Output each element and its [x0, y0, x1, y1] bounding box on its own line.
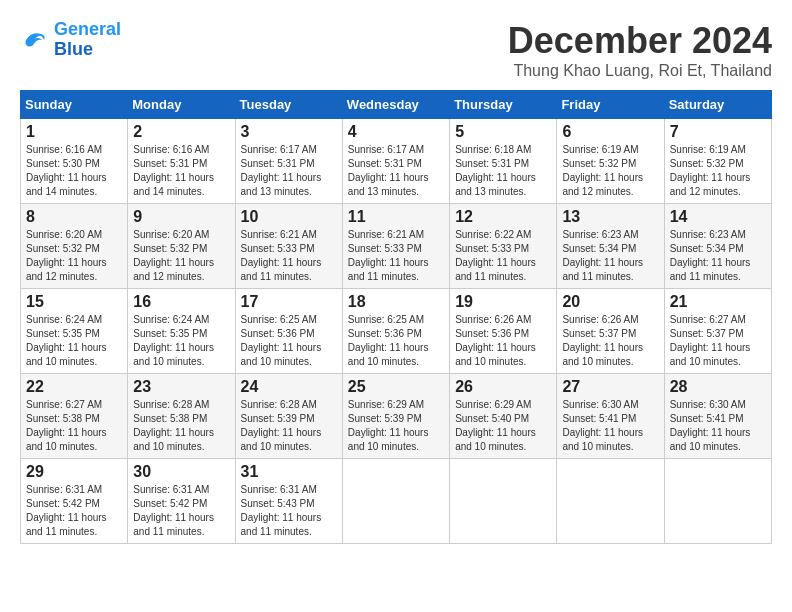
calendar-cell: 16 Sunrise: 6:24 AM Sunset: 5:35 PM Dayl…: [128, 289, 235, 374]
calendar-cell: [557, 459, 664, 544]
day-info: Sunrise: 6:19 AM Sunset: 5:32 PM Dayligh…: [562, 143, 658, 199]
day-header-saturday: Saturday: [664, 91, 771, 119]
day-number: 8: [26, 208, 122, 226]
calendar-cell: 19 Sunrise: 6:26 AM Sunset: 5:36 PM Dayl…: [450, 289, 557, 374]
calendar-cell: 2 Sunrise: 6:16 AM Sunset: 5:31 PM Dayli…: [128, 119, 235, 204]
day-header-wednesday: Wednesday: [342, 91, 449, 119]
calendar-cell: 21 Sunrise: 6:27 AM Sunset: 5:37 PM Dayl…: [664, 289, 771, 374]
calendar-header-row: SundayMondayTuesdayWednesdayThursdayFrid…: [21, 91, 772, 119]
day-info: Sunrise: 6:22 AM Sunset: 5:33 PM Dayligh…: [455, 228, 551, 284]
day-number: 22: [26, 378, 122, 396]
calendar-cell: 8 Sunrise: 6:20 AM Sunset: 5:32 PM Dayli…: [21, 204, 128, 289]
calendar-cell: 22 Sunrise: 6:27 AM Sunset: 5:38 PM Dayl…: [21, 374, 128, 459]
day-number: 25: [348, 378, 444, 396]
calendar-cell: 28 Sunrise: 6:30 AM Sunset: 5:41 PM Dayl…: [664, 374, 771, 459]
day-number: 27: [562, 378, 658, 396]
calendar-table: SundayMondayTuesdayWednesdayThursdayFrid…: [20, 90, 772, 544]
title-area: December 2024 Thung Khao Luang, Roi Et, …: [508, 20, 772, 80]
day-info: Sunrise: 6:23 AM Sunset: 5:34 PM Dayligh…: [562, 228, 658, 284]
day-number: 7: [670, 123, 766, 141]
calendar-cell: 5 Sunrise: 6:18 AM Sunset: 5:31 PM Dayli…: [450, 119, 557, 204]
day-info: Sunrise: 6:21 AM Sunset: 5:33 PM Dayligh…: [241, 228, 337, 284]
day-number: 24: [241, 378, 337, 396]
calendar-cell: 6 Sunrise: 6:19 AM Sunset: 5:32 PM Dayli…: [557, 119, 664, 204]
day-number: 28: [670, 378, 766, 396]
calendar-cell: 20 Sunrise: 6:26 AM Sunset: 5:37 PM Dayl…: [557, 289, 664, 374]
day-number: 6: [562, 123, 658, 141]
day-number: 16: [133, 293, 229, 311]
day-number: 30: [133, 463, 229, 481]
calendar-cell: 24 Sunrise: 6:28 AM Sunset: 5:39 PM Dayl…: [235, 374, 342, 459]
calendar-cell: 17 Sunrise: 6:25 AM Sunset: 5:36 PM Dayl…: [235, 289, 342, 374]
day-number: 10: [241, 208, 337, 226]
day-number: 12: [455, 208, 551, 226]
calendar-week-row: 8 Sunrise: 6:20 AM Sunset: 5:32 PM Dayli…: [21, 204, 772, 289]
day-header-monday: Monday: [128, 91, 235, 119]
day-info: Sunrise: 6:30 AM Sunset: 5:41 PM Dayligh…: [670, 398, 766, 454]
day-info: Sunrise: 6:28 AM Sunset: 5:38 PM Dayligh…: [133, 398, 229, 454]
calendar-cell: 23 Sunrise: 6:28 AM Sunset: 5:38 PM Dayl…: [128, 374, 235, 459]
day-info: Sunrise: 6:16 AM Sunset: 5:31 PM Dayligh…: [133, 143, 229, 199]
day-number: 17: [241, 293, 337, 311]
calendar-cell: [664, 459, 771, 544]
day-info: Sunrise: 6:25 AM Sunset: 5:36 PM Dayligh…: [348, 313, 444, 369]
calendar-cell: 15 Sunrise: 6:24 AM Sunset: 5:35 PM Dayl…: [21, 289, 128, 374]
calendar-cell: 30 Sunrise: 6:31 AM Sunset: 5:42 PM Dayl…: [128, 459, 235, 544]
day-info: Sunrise: 6:24 AM Sunset: 5:35 PM Dayligh…: [133, 313, 229, 369]
day-info: Sunrise: 6:31 AM Sunset: 5:42 PM Dayligh…: [133, 483, 229, 539]
calendar-cell: 4 Sunrise: 6:17 AM Sunset: 5:31 PM Dayli…: [342, 119, 449, 204]
day-number: 29: [26, 463, 122, 481]
day-info: Sunrise: 6:19 AM Sunset: 5:32 PM Dayligh…: [670, 143, 766, 199]
calendar-cell: 13 Sunrise: 6:23 AM Sunset: 5:34 PM Dayl…: [557, 204, 664, 289]
day-info: Sunrise: 6:29 AM Sunset: 5:39 PM Dayligh…: [348, 398, 444, 454]
day-number: 11: [348, 208, 444, 226]
calendar-week-row: 22 Sunrise: 6:27 AM Sunset: 5:38 PM Dayl…: [21, 374, 772, 459]
logo: GeneralBlue: [20, 20, 121, 60]
day-info: Sunrise: 6:26 AM Sunset: 5:36 PM Dayligh…: [455, 313, 551, 369]
day-info: Sunrise: 6:23 AM Sunset: 5:34 PM Dayligh…: [670, 228, 766, 284]
calendar-cell: 11 Sunrise: 6:21 AM Sunset: 5:33 PM Dayl…: [342, 204, 449, 289]
calendar-cell: 25 Sunrise: 6:29 AM Sunset: 5:39 PM Dayl…: [342, 374, 449, 459]
day-number: 15: [26, 293, 122, 311]
day-info: Sunrise: 6:20 AM Sunset: 5:32 PM Dayligh…: [26, 228, 122, 284]
day-header-thursday: Thursday: [450, 91, 557, 119]
day-number: 5: [455, 123, 551, 141]
calendar-cell: 7 Sunrise: 6:19 AM Sunset: 5:32 PM Dayli…: [664, 119, 771, 204]
day-info: Sunrise: 6:16 AM Sunset: 5:30 PM Dayligh…: [26, 143, 122, 199]
calendar-cell: [342, 459, 449, 544]
location: Thung Khao Luang, Roi Et, Thailand: [508, 62, 772, 80]
day-number: 4: [348, 123, 444, 141]
day-number: 9: [133, 208, 229, 226]
logo-icon: [20, 25, 50, 55]
day-number: 1: [26, 123, 122, 141]
page-header: GeneralBlue December 2024 Thung Khao Lua…: [20, 20, 772, 80]
calendar-cell: 3 Sunrise: 6:17 AM Sunset: 5:31 PM Dayli…: [235, 119, 342, 204]
day-number: 21: [670, 293, 766, 311]
day-info: Sunrise: 6:26 AM Sunset: 5:37 PM Dayligh…: [562, 313, 658, 369]
calendar-cell: [450, 459, 557, 544]
day-number: 20: [562, 293, 658, 311]
calendar-cell: 29 Sunrise: 6:31 AM Sunset: 5:42 PM Dayl…: [21, 459, 128, 544]
day-info: Sunrise: 6:29 AM Sunset: 5:40 PM Dayligh…: [455, 398, 551, 454]
calendar-cell: 9 Sunrise: 6:20 AM Sunset: 5:32 PM Dayli…: [128, 204, 235, 289]
calendar-cell: 12 Sunrise: 6:22 AM Sunset: 5:33 PM Dayl…: [450, 204, 557, 289]
day-number: 14: [670, 208, 766, 226]
day-number: 13: [562, 208, 658, 226]
day-header-tuesday: Tuesday: [235, 91, 342, 119]
day-info: Sunrise: 6:30 AM Sunset: 5:41 PM Dayligh…: [562, 398, 658, 454]
calendar-cell: 27 Sunrise: 6:30 AM Sunset: 5:41 PM Dayl…: [557, 374, 664, 459]
calendar-cell: 14 Sunrise: 6:23 AM Sunset: 5:34 PM Dayl…: [664, 204, 771, 289]
day-info: Sunrise: 6:28 AM Sunset: 5:39 PM Dayligh…: [241, 398, 337, 454]
day-info: Sunrise: 6:17 AM Sunset: 5:31 PM Dayligh…: [348, 143, 444, 199]
calendar-week-row: 1 Sunrise: 6:16 AM Sunset: 5:30 PM Dayli…: [21, 119, 772, 204]
month-title: December 2024: [508, 20, 772, 62]
day-info: Sunrise: 6:17 AM Sunset: 5:31 PM Dayligh…: [241, 143, 337, 199]
day-number: 26: [455, 378, 551, 396]
day-number: 31: [241, 463, 337, 481]
day-info: Sunrise: 6:25 AM Sunset: 5:36 PM Dayligh…: [241, 313, 337, 369]
day-info: Sunrise: 6:31 AM Sunset: 5:42 PM Dayligh…: [26, 483, 122, 539]
calendar-cell: 31 Sunrise: 6:31 AM Sunset: 5:43 PM Dayl…: [235, 459, 342, 544]
day-info: Sunrise: 6:31 AM Sunset: 5:43 PM Dayligh…: [241, 483, 337, 539]
day-info: Sunrise: 6:27 AM Sunset: 5:38 PM Dayligh…: [26, 398, 122, 454]
day-number: 23: [133, 378, 229, 396]
